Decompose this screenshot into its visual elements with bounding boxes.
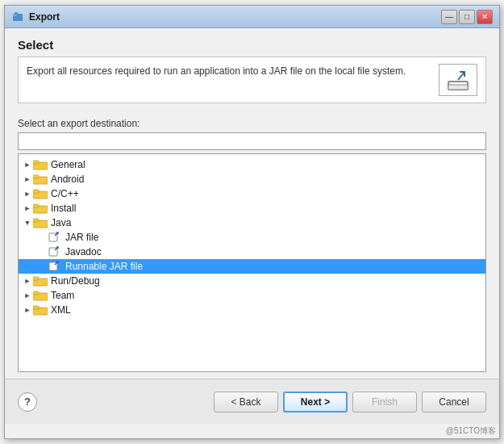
- folder-icon-general: [33, 159, 48, 170]
- expand-arrow-general: ►: [22, 159, 33, 170]
- minimize-button[interactable]: —: [441, 10, 457, 24]
- expand-arrow-team: ►: [22, 290, 33, 301]
- back-button[interactable]: < Back: [214, 392, 278, 413]
- svg-rect-23: [33, 277, 39, 280]
- export-icon-box: [439, 64, 477, 96]
- folder-icon-java: [33, 217, 48, 228]
- svg-rect-4: [448, 85, 468, 90]
- export-tree[interactable]: ► General► Android► C/C++► Install▼ Java…: [18, 153, 486, 372]
- dialog-footer: ? < Back Next > Finish Cancel: [5, 379, 499, 424]
- tree-item-label-run-debug: Run/Debug: [51, 275, 100, 287]
- tree-item-android[interactable]: ► Android: [19, 172, 485, 186]
- expand-arrow-run-debug: ►: [22, 275, 33, 287]
- folder-icon-team: [33, 290, 48, 301]
- export-icon: [445, 67, 471, 93]
- watermark: @51CTO博客: [5, 424, 499, 438]
- export-window: Export — □ ✕ Select Export all resources…: [4, 5, 500, 439]
- tree-item-runnable-jar[interactable]: Runnable JAR file: [19, 259, 485, 274]
- expand-arrow-cpp: ►: [22, 188, 33, 199]
- folder-icon-android: [33, 174, 48, 185]
- folder-icon-xml: [33, 304, 48, 316]
- expand-arrow-java: ▼: [22, 217, 33, 228]
- svg-line-5: [458, 72, 464, 80]
- maximize-button[interactable]: □: [459, 10, 475, 24]
- svg-rect-27: [33, 306, 39, 309]
- svg-rect-7: [33, 161, 39, 164]
- title-bar: Export — □ ✕: [5, 6, 499, 28]
- tree-item-label-general: General: [51, 159, 85, 170]
- file-icon-javadoc: [48, 246, 62, 258]
- tree-item-label-javadoc: Javadoc: [65, 246, 102, 258]
- page-description: Export all resources required to run an …: [27, 64, 431, 78]
- tree-item-label-xml: XML: [51, 304, 71, 316]
- tree-item-label-java: Java: [51, 217, 71, 228]
- tree-item-label-jar-file: JAR file: [65, 232, 98, 243]
- svg-rect-25: [33, 291, 39, 295]
- svg-rect-15: [33, 219, 39, 222]
- window-icon: [11, 10, 24, 23]
- folder-icon-install: [33, 203, 48, 214]
- tree-item-label-team: Team: [51, 290, 74, 301]
- tree-item-label-cpp: C/C++: [51, 188, 79, 199]
- folder-icon-cpp: [33, 188, 48, 199]
- window-title: Export: [29, 11, 441, 23]
- svg-rect-13: [33, 204, 39, 207]
- header-section: Select Export all resources required to …: [18, 38, 486, 103]
- dialog-content: Select Export all resources required to …: [5, 28, 499, 379]
- filter-input[interactable]: [18, 132, 486, 150]
- tree-item-general[interactable]: ► General: [19, 157, 485, 172]
- svg-rect-9: [33, 175, 39, 178]
- expand-arrow-install: ►: [22, 203, 33, 214]
- footer-buttons: < Back Next > Finish Cancel: [214, 392, 486, 413]
- tree-item-install[interactable]: ► Install: [19, 201, 485, 216]
- tree-item-label-android: Android: [51, 174, 84, 185]
- svg-rect-11: [33, 190, 39, 193]
- tree-item-run-debug[interactable]: ► Run/Debug: [19, 274, 485, 288]
- cancel-button[interactable]: Cancel: [422, 392, 486, 413]
- window-controls: — □ ✕: [441, 10, 493, 24]
- tree-item-jar-file[interactable]: JAR file: [19, 230, 485, 245]
- next-button[interactable]: Next >: [283, 392, 348, 413]
- finish-button[interactable]: Finish: [352, 392, 417, 413]
- expand-arrow-android: ►: [22, 174, 33, 185]
- help-button[interactable]: ?: [18, 392, 37, 412]
- page-title: Select: [18, 38, 486, 52]
- svg-rect-2: [15, 12, 18, 15]
- tree-item-cpp[interactable]: ► C/C++: [19, 186, 485, 201]
- expand-arrow-xml: ►: [22, 304, 33, 316]
- tree-item-java[interactable]: ▼ Java: [19, 216, 485, 230]
- file-icon-runnable-jar: [48, 261, 62, 272]
- tree-item-javadoc[interactable]: Javadoc: [19, 245, 485, 259]
- close-button[interactable]: ✕: [477, 10, 493, 24]
- select-label: Select an export destination:: [18, 118, 486, 129]
- tree-item-label-install: Install: [51, 203, 76, 214]
- description-row: Export all resources required to run an …: [18, 57, 486, 103]
- file-icon-jar-file: [48, 232, 62, 243]
- folder-icon-run-debug: [33, 275, 48, 287]
- tree-item-xml[interactable]: ► XML: [19, 303, 485, 317]
- tree-item-team[interactable]: ► Team: [19, 288, 485, 303]
- tree-item-label-runnable-jar: Runnable JAR file: [65, 261, 143, 272]
